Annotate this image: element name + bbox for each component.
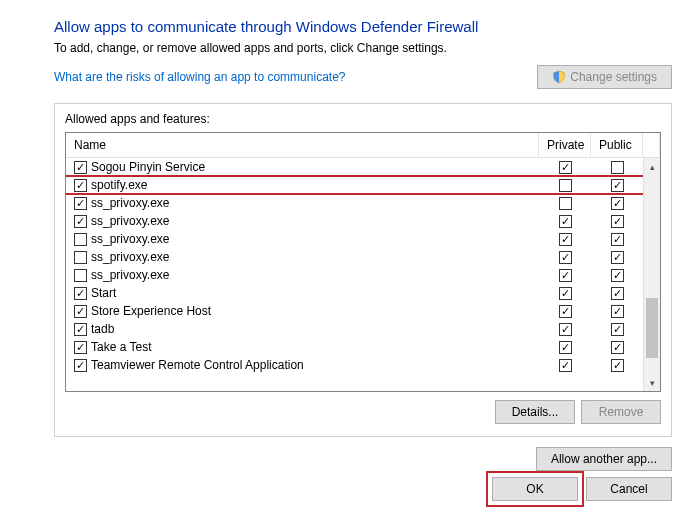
change-settings-label: Change settings — [570, 70, 657, 84]
table-row[interactable]: Take a Test — [66, 338, 643, 356]
private-checkbox[interactable] — [559, 305, 572, 318]
app-name: Take a Test — [91, 340, 539, 354]
enable-checkbox[interactable] — [74, 287, 87, 300]
table-row[interactable]: ss_privoxy.exe — [66, 266, 643, 284]
ok-button[interactable]: OK — [492, 477, 578, 501]
page-subtitle: To add, change, or remove allowed apps a… — [54, 41, 672, 55]
private-checkbox[interactable] — [559, 233, 572, 246]
private-checkbox[interactable] — [559, 287, 572, 300]
enable-checkbox[interactable] — [74, 233, 87, 246]
enable-checkbox[interactable] — [74, 359, 87, 372]
private-checkbox[interactable] — [559, 179, 572, 192]
allow-another-app-button[interactable]: Allow another app... — [536, 447, 672, 471]
details-button[interactable]: Details... — [495, 400, 575, 424]
table-row[interactable]: ss_privoxy.exe — [66, 230, 643, 248]
private-checkbox[interactable] — [559, 269, 572, 282]
enable-checkbox[interactable] — [74, 323, 87, 336]
app-name: Start — [91, 286, 539, 300]
enable-checkbox[interactable] — [74, 161, 87, 174]
enable-checkbox[interactable] — [74, 251, 87, 264]
public-checkbox[interactable] — [611, 251, 624, 264]
enable-checkbox[interactable] — [74, 341, 87, 354]
app-name: ss_privoxy.exe — [91, 214, 539, 228]
page-title: Allow apps to communicate through Window… — [54, 18, 672, 35]
app-name: Store Experience Host — [91, 304, 539, 318]
private-checkbox[interactable] — [559, 161, 572, 174]
public-checkbox[interactable] — [611, 269, 624, 282]
public-checkbox[interactable] — [611, 359, 624, 372]
table-row[interactable]: ss_privoxy.exe — [66, 248, 643, 266]
group-label: Allowed apps and features: — [65, 112, 661, 126]
table-row[interactable]: Sogou Pinyin Service — [66, 158, 643, 176]
scroll-down-arrow[interactable]: ▾ — [644, 374, 660, 391]
table-row[interactable]: Teamviewer Remote Control Application — [66, 356, 643, 374]
public-checkbox[interactable] — [611, 197, 624, 210]
private-checkbox[interactable] — [559, 341, 572, 354]
public-checkbox[interactable] — [611, 341, 624, 354]
table-row[interactable]: Store Experience Host — [66, 302, 643, 320]
remove-button[interactable]: Remove — [581, 400, 661, 424]
column-public[interactable]: Public — [591, 133, 643, 157]
table-row[interactable]: tadb — [66, 320, 643, 338]
enable-checkbox[interactable] — [74, 269, 87, 282]
app-name: tadb — [91, 322, 539, 336]
column-name[interactable]: Name — [66, 133, 539, 157]
private-checkbox[interactable] — [559, 197, 572, 210]
enable-checkbox[interactable] — [74, 305, 87, 318]
change-settings-button[interactable]: Change settings — [537, 65, 672, 89]
app-name: Sogou Pinyin Service — [91, 160, 539, 174]
public-checkbox[interactable] — [611, 161, 624, 174]
shield-icon — [552, 70, 566, 84]
enable-checkbox[interactable] — [74, 179, 87, 192]
public-checkbox[interactable] — [611, 287, 624, 300]
enable-checkbox[interactable] — [74, 215, 87, 228]
app-name: ss_privoxy.exe — [91, 232, 539, 246]
risks-link[interactable]: What are the risks of allowing an app to… — [54, 70, 345, 84]
public-checkbox[interactable] — [611, 305, 624, 318]
vertical-scrollbar[interactable]: ▴ ▾ — [643, 158, 660, 391]
list-header: Name Private Public — [66, 133, 660, 158]
private-checkbox[interactable] — [559, 251, 572, 264]
private-checkbox[interactable] — [559, 359, 572, 372]
public-checkbox[interactable] — [611, 233, 624, 246]
column-private[interactable]: Private — [539, 133, 591, 157]
table-row[interactable]: spotify.exe — [66, 176, 643, 194]
private-checkbox[interactable] — [559, 215, 572, 228]
column-scroll-spacer — [643, 133, 660, 157]
apps-list: Name Private Public Sogou Pinyin Service… — [65, 132, 661, 392]
public-checkbox[interactable] — [611, 323, 624, 336]
app-name: ss_privoxy.exe — [91, 250, 539, 264]
scroll-up-arrow[interactable]: ▴ — [644, 158, 660, 175]
app-name: ss_privoxy.exe — [91, 196, 539, 210]
cancel-button[interactable]: Cancel — [586, 477, 672, 501]
app-name: Teamviewer Remote Control Application — [91, 358, 539, 372]
enable-checkbox[interactable] — [74, 197, 87, 210]
app-name: spotify.exe — [91, 178, 539, 192]
public-checkbox[interactable] — [611, 179, 624, 192]
public-checkbox[interactable] — [611, 215, 624, 228]
table-row[interactable]: Start — [66, 284, 643, 302]
scroll-thumb[interactable] — [646, 298, 658, 358]
table-row[interactable]: ss_privoxy.exe — [66, 212, 643, 230]
app-name: ss_privoxy.exe — [91, 268, 539, 282]
allowed-apps-group: Allowed apps and features: Name Private … — [54, 103, 672, 437]
table-row[interactable]: ss_privoxy.exe — [66, 194, 643, 212]
private-checkbox[interactable] — [559, 323, 572, 336]
